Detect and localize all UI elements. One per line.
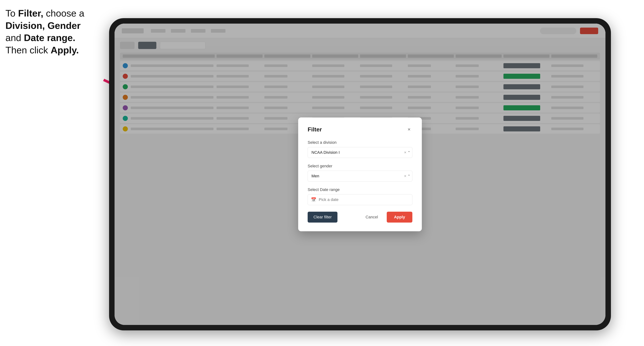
division-label: Select a division bbox=[308, 140, 412, 145]
modal-footer: Clear filter Cancel Apply bbox=[308, 212, 412, 223]
modal-title: Filter bbox=[308, 126, 322, 133]
footer-right-buttons: Cancel Apply bbox=[360, 212, 412, 223]
apply-bold: Apply. bbox=[51, 45, 79, 55]
filter-bold: Filter, bbox=[18, 8, 43, 18]
instruction-block: To Filter, choose a Division, Gender and… bbox=[6, 7, 107, 56]
division-form-group: Select a division NCAA Division I NCAA D… bbox=[308, 140, 412, 158]
date-range-bold: Date range. bbox=[24, 32, 75, 43]
modal-close-button[interactable]: × bbox=[406, 126, 412, 133]
gender-select[interactable]: Men Women Co-ed bbox=[308, 171, 412, 181]
tablet-frame: Filter × Select a division NCAA Division… bbox=[109, 18, 611, 330]
division-gender-bold: Division, Gender bbox=[6, 20, 80, 31]
date-label: Select Date range bbox=[308, 187, 412, 192]
cancel-button[interactable]: Cancel bbox=[360, 212, 384, 223]
filter-modal: Filter × Select a division NCAA Division… bbox=[298, 117, 422, 231]
clear-filter-button[interactable]: Clear filter bbox=[308, 212, 338, 223]
division-select[interactable]: NCAA Division I NCAA Division II NCAA Di… bbox=[308, 147, 412, 158]
date-form-group: Select Date range 📅 bbox=[308, 187, 412, 205]
gender-select-wrapper: Men Women Co-ed × ⌃ bbox=[308, 171, 412, 181]
division-select-wrapper: NCAA Division I NCAA Division II NCAA Di… bbox=[308, 147, 412, 158]
apply-button[interactable]: Apply bbox=[387, 212, 412, 223]
gender-clear-icon[interactable]: × bbox=[404, 174, 406, 178]
date-range-input[interactable] bbox=[308, 194, 412, 205]
modal-header: Filter × bbox=[308, 126, 412, 133]
gender-form-group: Select gender Men Women Co-ed × ⌃ bbox=[308, 164, 412, 181]
modal-overlay[interactable]: Filter × Select a division NCAA Division… bbox=[114, 24, 606, 325]
gender-label: Select gender bbox=[308, 164, 412, 169]
division-clear-icon[interactable]: × bbox=[404, 150, 406, 155]
tablet-screen: Filter × Select a division NCAA Division… bbox=[114, 24, 606, 325]
date-input-wrapper: 📅 bbox=[308, 194, 412, 205]
